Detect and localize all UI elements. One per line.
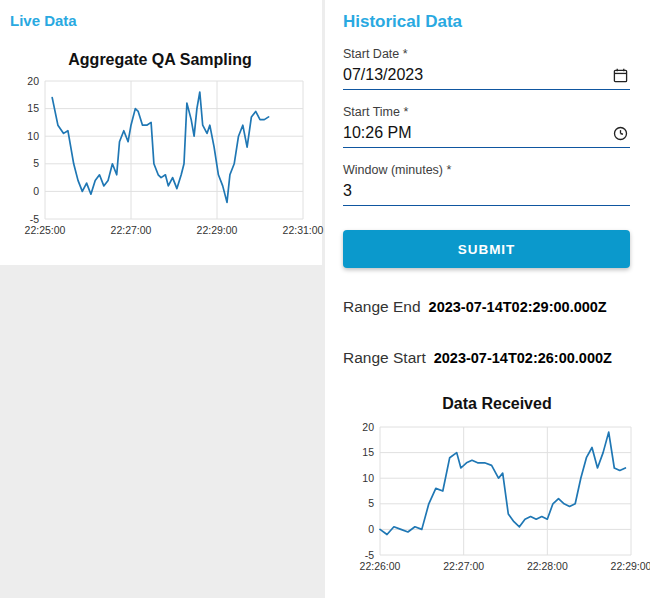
svg-text:5: 5 xyxy=(33,157,39,169)
svg-text:0: 0 xyxy=(33,185,39,197)
received-chart: -50510152022:26:0022:27:0022:28:0022:29:… xyxy=(347,421,645,579)
svg-text:22:28:00: 22:28:00 xyxy=(527,560,568,572)
svg-text:10: 10 xyxy=(362,472,374,484)
start-time-row xyxy=(343,121,630,148)
range-end-label: Range End xyxy=(343,298,421,316)
svg-text:22:27:00: 22:27:00 xyxy=(111,224,152,236)
svg-text:22:29:00: 22:29:00 xyxy=(197,224,238,236)
range-start-label: Range Start xyxy=(343,349,426,367)
range-end-value: 2023-07-14T02:29:00.000Z xyxy=(429,299,607,315)
clock-icon[interactable] xyxy=(612,125,628,141)
svg-text:0: 0 xyxy=(368,523,374,535)
live-data-title: Live Data xyxy=(10,12,314,29)
range-end-row: Range End 2023-07-14T02:29:00.000Z xyxy=(343,298,630,316)
svg-text:15: 15 xyxy=(362,446,374,458)
start-time-field-group: Start Time * xyxy=(343,105,630,148)
svg-text:20: 20 xyxy=(27,75,39,87)
window-field-group: Window (minutes) * xyxy=(343,163,630,206)
start-date-row xyxy=(343,63,630,90)
range-start-row: Range Start 2023-07-14T02:26:00.000Z xyxy=(343,349,630,367)
range-start-value: 2023-07-14T02:26:00.000Z xyxy=(434,350,612,366)
historical-data-title: Historical Data xyxy=(343,12,630,32)
start-date-label: Start Date * xyxy=(343,47,630,61)
calendar-icon[interactable] xyxy=(612,67,628,83)
svg-text:22:27:00: 22:27:00 xyxy=(443,560,484,572)
start-time-label: Start Time * xyxy=(343,105,630,119)
submit-button[interactable]: SUBMIT xyxy=(343,230,630,268)
window-row xyxy=(343,179,630,206)
svg-text:-5: -5 xyxy=(30,213,39,225)
live-data-panel: Live Data Aggregate QA Sampling -5051015… xyxy=(0,0,322,265)
svg-text:10: 10 xyxy=(27,130,39,142)
svg-text:15: 15 xyxy=(27,102,39,114)
svg-text:5: 5 xyxy=(368,497,374,509)
window-input[interactable] xyxy=(343,182,628,200)
window-label: Window (minutes) * xyxy=(343,163,630,177)
live-chart-title: Aggregate QA Sampling xyxy=(10,51,310,69)
svg-text:22:31:00: 22:31:00 xyxy=(283,224,324,236)
start-time-input[interactable] xyxy=(343,124,612,142)
svg-text:22:25:00: 22:25:00 xyxy=(25,224,66,236)
svg-text:22:29:00: 22:29:00 xyxy=(611,560,650,572)
svg-text:-5: -5 xyxy=(365,549,374,561)
start-date-field-group: Start Date * xyxy=(343,47,630,90)
live-chart: -50510152022:25:0022:27:0022:29:0022:31:… xyxy=(12,75,317,243)
svg-text:22:26:00: 22:26:00 xyxy=(360,560,401,572)
page: Live Data Aggregate QA Sampling -5051015… xyxy=(0,0,650,598)
svg-text:20: 20 xyxy=(362,421,374,433)
start-date-input[interactable] xyxy=(343,66,612,84)
live-data-column: Live Data Aggregate QA Sampling -5051015… xyxy=(0,0,322,598)
historical-data-panel: Historical Data Start Date * Start Time … xyxy=(325,0,650,598)
received-chart-title: Data Received xyxy=(347,395,647,413)
